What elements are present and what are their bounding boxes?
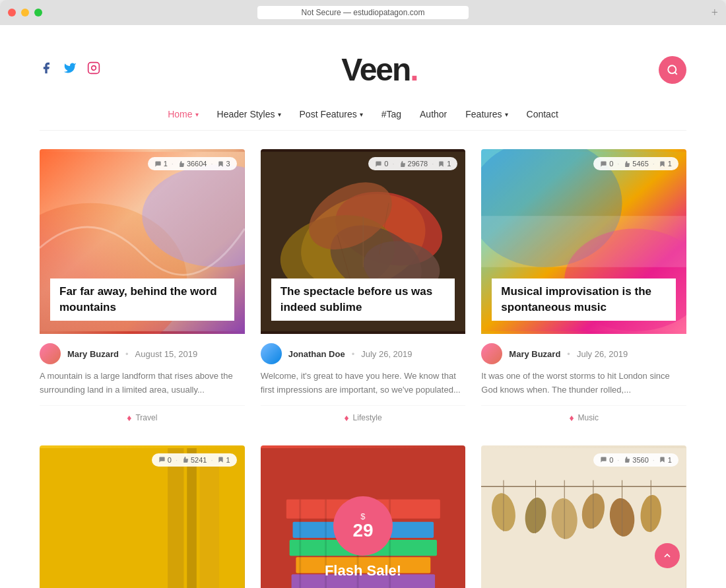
site-header: Veen. Home ▾ Header Styles ▾ Post F bbox=[0, 25, 726, 131]
card-image-4[interactable]: 0 · 5241 · 1 bbox=[40, 445, 245, 588]
author-name-2: Jonathan Doe bbox=[288, 349, 345, 359]
card-meta-3: Mary Buzard • July 26, 2019 bbox=[481, 334, 686, 370]
card-image-1[interactable]: 1 · 36604 · 3 Far f bbox=[40, 149, 245, 334]
nav-post-features[interactable]: Post Features ▾ bbox=[300, 109, 363, 119]
chevron-down-icon: ▾ bbox=[278, 111, 281, 118]
avatar-3 bbox=[481, 343, 502, 364]
comments-stat-3: 0 bbox=[600, 160, 613, 168]
logo-text: Veen bbox=[341, 52, 410, 87]
card-title-2: The spectacle before us was indeed subli… bbox=[271, 278, 455, 321]
svg-rect-23 bbox=[168, 448, 183, 588]
card-title-overlay-1: Far far away, behind the word mountains bbox=[50, 278, 234, 321]
address-bar[interactable]: Not Secure — estudiopatagon.com bbox=[257, 6, 469, 19]
chevron-down-icon: ▾ bbox=[360, 111, 363, 118]
nav-contact[interactable]: Contact bbox=[527, 109, 558, 119]
nav-tag[interactable]: #Tag bbox=[381, 109, 401, 119]
likes-stat-3: 5465 bbox=[623, 160, 648, 168]
chevron-down-icon: ▾ bbox=[195, 111, 199, 118]
svg-line-3 bbox=[675, 72, 676, 74]
card-meta-2: Jonathan Doe • July 26, 2019 bbox=[261, 334, 466, 370]
new-tab-button[interactable]: + bbox=[711, 6, 718, 20]
card-excerpt-2: Welcome, it's great to have you here. We… bbox=[261, 370, 466, 405]
card-title-overlay-2: The spectacle before us was indeed subli… bbox=[271, 278, 455, 321]
card-image-5[interactable]: $ 29 Flash Sale! bbox=[261, 445, 466, 588]
stats-badge-2: 0 · 29678 · 1 bbox=[368, 157, 457, 170]
stats-badge-6: 0 · 3560 · 1 bbox=[593, 453, 678, 467]
post-date-3: July 26, 2019 bbox=[577, 349, 628, 359]
flash-sale-label: Flash Sale! bbox=[325, 562, 401, 579]
stats-badge-3: 0 · 5465 · 1 bbox=[593, 157, 678, 170]
card-6: 0 · 3560 · 1 bbox=[481, 445, 686, 588]
browser-titlebar: Not Secure — estudiopatagon.com + bbox=[0, 0, 726, 25]
card-4: 0 · 5241 · 1 bbox=[40, 445, 245, 588]
logo-dot: . bbox=[410, 52, 417, 87]
search-button[interactable] bbox=[659, 56, 686, 84]
svg-rect-25 bbox=[200, 461, 219, 588]
site-logo[interactable]: Veen. bbox=[341, 51, 417, 88]
nav-author[interactable]: Author bbox=[420, 109, 447, 119]
stats-badge-1: 1 · 36604 · 3 bbox=[148, 157, 237, 170]
card-excerpt-3: It was one of the worst storms to hit Lo… bbox=[481, 370, 686, 405]
browser-content: Veen. Home ▾ Header Styles ▾ Post F bbox=[0, 25, 726, 588]
avatar-1 bbox=[40, 343, 61, 364]
avatar-2 bbox=[261, 343, 282, 364]
heart-icon-2: ♦ bbox=[344, 412, 348, 423]
likes-stat-2: 29678 bbox=[399, 160, 428, 168]
card-image-3[interactable]: 0 · 5465 · 1 Musica bbox=[481, 149, 686, 334]
post-date-2: July 26, 2019 bbox=[361, 349, 412, 359]
card-excerpt-1: A mountain is a large landform that rise… bbox=[40, 370, 245, 405]
card-image-6[interactable]: 0 · 3560 · 1 bbox=[481, 445, 686, 588]
nav-home[interactable]: Home ▾ bbox=[168, 109, 198, 119]
cards-grid: 1 · 36604 · 3 Far f bbox=[0, 131, 726, 588]
heart-icon: ♦ bbox=[127, 412, 131, 423]
stats-badge-4: 0 · 5241 · 1 bbox=[152, 453, 237, 467]
bookmarks-stat-3: 1 bbox=[659, 160, 672, 168]
bookmarks-stat-2: 1 bbox=[438, 160, 451, 168]
card-title-3: Musical improvisation is the spontaneous… bbox=[492, 278, 676, 321]
author-name-1: Mary Buzard bbox=[67, 349, 119, 359]
author-name-3: Mary Buzard bbox=[509, 349, 560, 359]
scroll-to-top-button[interactable] bbox=[655, 543, 680, 568]
likes-stat: 36604 bbox=[178, 160, 207, 168]
card-image-2[interactable]: 0 · 29678 · 1 The s bbox=[261, 149, 466, 334]
card-meta-1: Mary Buzard • August 15, 2019 bbox=[40, 334, 245, 370]
svg-point-2 bbox=[668, 65, 676, 73]
svg-rect-20 bbox=[481, 216, 686, 267]
flash-sale-price: $ 29 bbox=[333, 496, 393, 556]
nav-features[interactable]: Features ▾ bbox=[465, 109, 508, 119]
card-title-overlay-3: Musical improvisation is the spontaneous… bbox=[492, 278, 676, 321]
heart-icon-3: ♦ bbox=[569, 412, 574, 423]
card-3: 0 · 5465 · 1 Musica bbox=[481, 149, 686, 430]
comments-stat-2: 0 bbox=[375, 160, 388, 168]
card-category-2[interactable]: ♦ Lifestyle bbox=[261, 405, 466, 430]
svg-rect-0 bbox=[88, 63, 100, 74]
card-title-1: Far far away, behind the word mountains bbox=[50, 278, 234, 321]
comments-stat: 1 bbox=[154, 160, 168, 168]
header-top: Veen. bbox=[40, 38, 686, 101]
instagram-icon[interactable] bbox=[87, 61, 100, 78]
twitter-icon[interactable] bbox=[63, 61, 77, 78]
bookmarks-stat: 3 bbox=[217, 160, 230, 168]
facebook-icon[interactable] bbox=[40, 61, 53, 78]
site-nav: Home ▾ Header Styles ▾ Post Features ▾ #… bbox=[40, 101, 686, 131]
minimize-button[interactable] bbox=[21, 9, 29, 16]
svg-rect-24 bbox=[187, 448, 197, 588]
card-1: 1 · 36604 · 3 Far f bbox=[40, 149, 245, 430]
card-2: 0 · 29678 · 1 The s bbox=[261, 149, 466, 430]
post-date-1: August 15, 2019 bbox=[135, 349, 198, 359]
close-button[interactable] bbox=[8, 9, 16, 16]
maximize-button[interactable] bbox=[34, 9, 42, 16]
card-5: $ 29 Flash Sale! bbox=[261, 445, 466, 588]
nav-header-styles[interactable]: Header Styles ▾ bbox=[217, 109, 281, 119]
card-category-3[interactable]: ♦ Music bbox=[481, 405, 686, 430]
svg-rect-32 bbox=[299, 499, 301, 588]
social-icons bbox=[40, 61, 100, 78]
card-category-1[interactable]: ♦ Travel bbox=[40, 405, 245, 430]
chevron-down-icon: ▾ bbox=[505, 111, 508, 118]
